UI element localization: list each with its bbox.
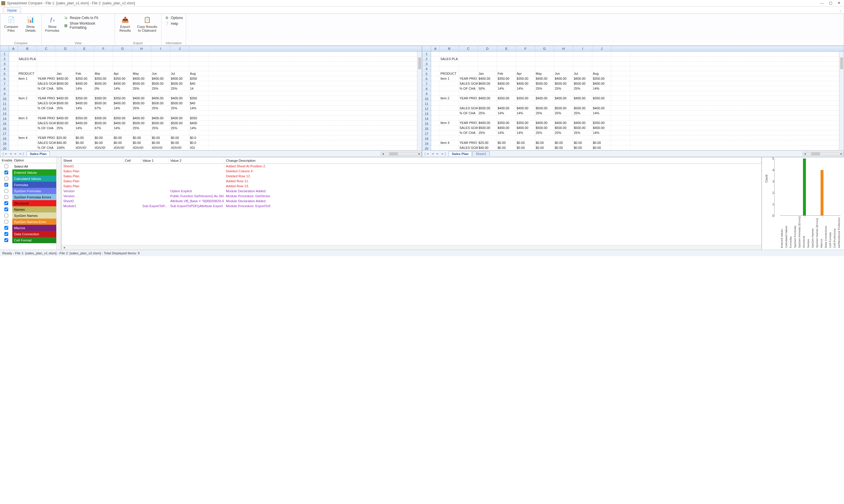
- grid-cell[interactable]: [37, 71, 56, 76]
- grid-cell[interactable]: $500.00: [170, 121, 189, 125]
- grid-cell[interactable]: $500.00: [573, 106, 592, 110]
- grid-cell[interactable]: Feb: [75, 71, 94, 76]
- grid-cell[interactable]: [478, 116, 497, 121]
- grid-cell[interactable]: $0.00: [554, 145, 573, 150]
- column-header[interactable]: J: [170, 46, 189, 51]
- grid-cell[interactable]: 14%: [516, 111, 535, 115]
- grid-cell[interactable]: [440, 86, 459, 91]
- row-header[interactable]: 2: [0, 57, 9, 61]
- grid-cell[interactable]: $400.00: [56, 116, 75, 121]
- grid-cell[interactable]: 14%: [189, 106, 208, 110]
- grid-cell[interactable]: [459, 91, 478, 96]
- grid-cell[interactable]: $400.00: [478, 121, 497, 125]
- grid-cell[interactable]: [9, 86, 18, 91]
- grid-cell[interactable]: Jan: [478, 71, 497, 76]
- row-header[interactable]: 3: [0, 61, 9, 67]
- grid-cell[interactable]: [113, 57, 132, 61]
- grid-cell[interactable]: [9, 71, 18, 76]
- grid-cell[interactable]: $400.00: [113, 121, 132, 125]
- diff-row[interactable]: Sheet2Attribute VB_Base = "0{00020820-0.…: [61, 199, 761, 204]
- grid-cell[interactable]: % OF CHA: [37, 126, 56, 130]
- grid-cell[interactable]: [440, 66, 459, 71]
- grid-cell[interactable]: [9, 111, 18, 115]
- grid-cell[interactable]: $400.00: [151, 76, 170, 81]
- grid-cell[interactable]: $400.00: [554, 121, 573, 125]
- grid-cell[interactable]: [94, 111, 113, 115]
- row-header[interactable]: 8: [0, 87, 9, 91]
- grid-cell[interactable]: [9, 126, 18, 130]
- grid-cell[interactable]: $350.00: [497, 76, 516, 81]
- grid-cell[interactable]: Apr: [113, 71, 132, 76]
- grid-cell[interactable]: $400.00: [535, 96, 554, 101]
- grid-cell[interactable]: 14%: [497, 86, 516, 91]
- grid-cell[interactable]: [18, 121, 37, 125]
- grid-cell[interactable]: [37, 91, 56, 96]
- grid-cell[interactable]: [440, 130, 459, 135]
- row-header[interactable]: 13: [422, 111, 431, 116]
- tab-home[interactable]: Home: [3, 7, 21, 14]
- grid-cell[interactable]: Jan: [56, 71, 75, 76]
- grid-cell[interactable]: YEAR PRIO: [37, 136, 56, 140]
- grid-cell[interactable]: [75, 52, 94, 56]
- grid-cell[interactable]: [9, 57, 18, 61]
- grid-cell[interactable]: $0.00: [94, 136, 113, 140]
- grid-cell[interactable]: [611, 101, 630, 106]
- grid-cell[interactable]: [189, 57, 208, 61]
- grid-cell[interactable]: [497, 52, 516, 56]
- grid-cell[interactable]: [459, 101, 478, 106]
- grid-cell[interactable]: [440, 136, 459, 140]
- options-button[interactable]: Options: [164, 16, 183, 20]
- grid-cell[interactable]: $350: [189, 116, 208, 121]
- grid-cell[interactable]: [573, 136, 592, 140]
- grid-cell[interactable]: $0.00: [151, 136, 170, 140]
- grid-cell[interactable]: [94, 61, 113, 66]
- grid-cell[interactable]: 25%: [573, 130, 592, 135]
- grid-cell[interactable]: [9, 91, 18, 96]
- grid-cell[interactable]: $500.00: [535, 106, 554, 110]
- grid-cell[interactable]: $400.00: [554, 96, 573, 101]
- grid-cell[interactable]: $0.00: [592, 145, 611, 150]
- grid-cell[interactable]: [592, 101, 611, 106]
- grid-cell[interactable]: 14: [189, 86, 208, 91]
- grid-cell[interactable]: 14%: [497, 130, 516, 135]
- grid-cell[interactable]: 25%: [478, 111, 497, 115]
- grid-cell[interactable]: $400.00: [535, 76, 554, 81]
- grid-cell[interactable]: [113, 131, 132, 136]
- grid-cell[interactable]: $400.00: [170, 76, 189, 81]
- filter-checkbox[interactable]: [4, 177, 8, 180]
- grid-cell[interactable]: [56, 66, 75, 71]
- grid-cell[interactable]: $500.00: [478, 106, 497, 110]
- grid-cell[interactable]: 14%: [592, 86, 611, 91]
- grid-cell[interactable]: #DI: [189, 145, 208, 150]
- grid-cell[interactable]: [431, 101, 440, 106]
- filter-checkbox[interactable]: [4, 232, 8, 236]
- grid-cell[interactable]: [37, 52, 56, 56]
- grid-cell[interactable]: [573, 91, 592, 96]
- grid-cell[interactable]: $350.00: [113, 116, 132, 121]
- grid-cell[interactable]: $400.00: [516, 106, 535, 110]
- grid-cell[interactable]: [37, 111, 56, 115]
- filter-option-row[interactable]: Data Connection: [0, 231, 61, 237]
- grid-cell[interactable]: SALES PLA: [18, 57, 37, 61]
- grid-cell[interactable]: $500.00: [554, 125, 573, 130]
- copy-clipboard-button[interactable]: Copy Results to Clipboard: [136, 15, 158, 33]
- grid-cell[interactable]: [94, 91, 113, 96]
- row-header[interactable]: 13: [0, 111, 9, 116]
- grid-cell[interactable]: 25%: [478, 130, 497, 135]
- filter-checkbox[interactable]: [4, 195, 8, 199]
- grid-cell[interactable]: 25%: [573, 86, 592, 91]
- grid-cell[interactable]: SALES GOA: [459, 106, 478, 110]
- grid-cell[interactable]: [611, 130, 630, 135]
- grid-cell[interactable]: 100%: [56, 145, 75, 150]
- grid-cell[interactable]: Jun: [554, 71, 573, 76]
- grid-cell[interactable]: [56, 61, 75, 66]
- grid-cell[interactable]: [478, 61, 497, 66]
- grid-cell[interactable]: $400.00: [516, 125, 535, 130]
- row-header[interactable]: 7: [0, 82, 9, 87]
- grid-cell[interactable]: May: [535, 71, 554, 76]
- grid-cell[interactable]: YEAR PRIO: [37, 116, 56, 121]
- grid-cell[interactable]: [94, 131, 113, 136]
- grid-cell[interactable]: [18, 126, 37, 130]
- grid-cell[interactable]: $400.00: [151, 116, 170, 121]
- column-header[interactable]: D: [478, 46, 497, 51]
